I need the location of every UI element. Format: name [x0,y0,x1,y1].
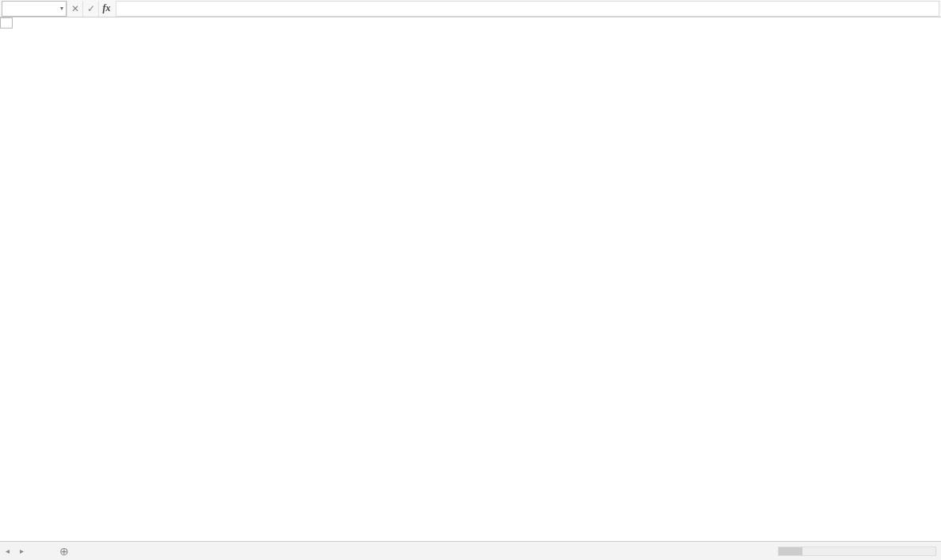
name-box[interactable]: ▾ [2,1,67,17]
accept-formula-icon[interactable]: ✓ [82,1,98,17]
formula-input[interactable] [116,1,939,17]
scroll-track[interactable] [778,547,936,556]
formula-bar: ▾ ✕ ✓ fx [0,0,941,17]
name-box-dropdown-icon[interactable]: ▾ [60,5,63,12]
new-sheet-button[interactable]: ⊕ [55,545,73,558]
autofill-options-icon[interactable] [0,17,13,29]
cancel-formula-icon[interactable]: ✕ [67,1,82,17]
scroll-thumb[interactable] [779,547,802,555]
tab-nav-first-icon[interactable]: ◂ [0,543,14,559]
tab-nav-prev-icon[interactable]: ▸ [14,543,29,559]
sheet-tabs-bar: ◂ ▸ ⊕ [0,541,941,560]
fx-icon[interactable]: fx [98,1,114,17]
worksheet-grid[interactable] [0,17,941,540]
horizontal-scrollbar[interactable] [73,547,941,556]
